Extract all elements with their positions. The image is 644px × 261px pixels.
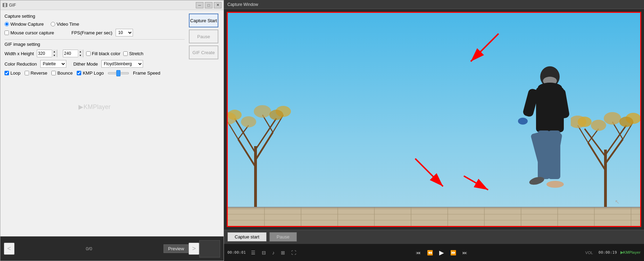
dither-select[interactable]: FloydSteinberg Stucki Atkinson None (101, 60, 143, 68)
tree-right (571, 87, 640, 209)
player-controls-bar: 00:00:01 ☰ ⊟ ♪ ⊞ ⛶ ⏮ ⏪ ▶ ⏩ ⏭ VOL 00:00:1… (224, 244, 644, 261)
kmplayer-logo: ▶KMPlayer (78, 103, 110, 111)
video-frame: ↖ (227, 12, 641, 227)
preview-button[interactable]: Preview (164, 244, 189, 253)
svg-point-10 (241, 116, 256, 127)
window-capture-label: Window Capture (10, 22, 44, 27)
skip-forward-button[interactable]: ⏭ (461, 249, 469, 256)
video-time-option[interactable]: Video Time (51, 22, 79, 27)
kmp-logo-label: KMP Logo (83, 70, 103, 76)
height-up-button[interactable]: ▲ (78, 50, 83, 53)
captue-start-button[interactable]: Captue start (227, 232, 267, 242)
capture-window-panel: Capture Window (224, 0, 644, 261)
pause-button: Pause (189, 30, 218, 43)
capture-start-button[interactable]: Capture Start (189, 14, 218, 27)
height-arrows: ▲ ▼ (78, 50, 83, 57)
svg-point-26 (578, 117, 592, 127)
width-input[interactable] (37, 50, 52, 57)
color-reduction-label: Color Reduction (5, 61, 37, 67)
subtitles-icon-button[interactable]: ⊟ (260, 249, 268, 256)
playlist-icon-button[interactable]: ☰ (249, 249, 257, 256)
capture-mode-group: Window Capture Video Time (5, 22, 185, 27)
bottom-strip: < 0/0 Preview > (0, 236, 224, 261)
step-back-button[interactable]: ⏪ (425, 249, 435, 256)
width-down-button[interactable]: ▼ (52, 53, 57, 57)
height-down-button[interactable]: ▼ (78, 53, 83, 57)
play-button[interactable]: ▶ (437, 248, 446, 258)
svg-point-27 (604, 112, 621, 125)
slider-thumb[interactable] (116, 70, 120, 76)
gif-title-text: GIF (9, 3, 16, 8)
person-figure (515, 63, 578, 209)
fps-row: Mouse cursor capture FPS(Frame per sec) … (5, 29, 185, 36)
kmplayer-brand-logo: ▶KMPlayer (620, 250, 641, 255)
fps-text-label: FPS(Frame per sec) (72, 30, 112, 35)
svg-point-25 (591, 120, 606, 131)
vol-label: VOL (585, 251, 593, 255)
svg-point-57 (546, 181, 564, 188)
audio-icon-button[interactable]: ♪ (270, 249, 276, 256)
gif-image-setting-section: GIF image setting Width x Height ▲ ▼ (5, 42, 185, 68)
ground-wall (228, 207, 640, 226)
reverse-label: Reverse (31, 70, 47, 76)
fullscreen-icon-button[interactable]: ⛶ (290, 249, 298, 256)
svg-rect-30 (228, 208, 640, 226)
gif-image-label: GIF image setting (5, 42, 185, 47)
svg-point-29 (619, 117, 633, 127)
options-row: Loop Reverse Bounce KMP Logo (5, 70, 185, 76)
capture-buttons-bar: Captue start Pause (224, 230, 644, 244)
window-capture-option[interactable]: Window Capture (5, 22, 44, 27)
time-display: 00:00:01 (227, 250, 246, 255)
pause-capture-button: Pause (269, 232, 297, 242)
stretch-label: Stretch (129, 51, 143, 56)
maximize-button[interactable]: □ (205, 2, 212, 8)
capture-video-area: ↖ (224, 9, 644, 230)
capture-titlebar: Capture Window (224, 0, 644, 9)
stretch-option[interactable]: Stretch (123, 51, 143, 56)
gif-title-group: 🎞 GIF (2, 2, 16, 8)
capture-icon-button[interactable]: ⊞ (279, 249, 287, 256)
capture-window-title: Capture Window (227, 2, 258, 7)
close-button[interactable]: ✕ (214, 2, 221, 8)
nav-left-button[interactable]: < (4, 243, 15, 255)
cursor-indicator: ↖ (615, 199, 619, 205)
gif-create-button: GIF Create (189, 45, 218, 59)
palette-select[interactable]: Palette Median Cut Octree (40, 60, 66, 68)
svg-point-12 (254, 105, 271, 118)
page-indicator: 0/0 (15, 246, 164, 251)
step-forward-button[interactable]: ⏩ (449, 249, 458, 256)
svg-line-1 (238, 139, 256, 167)
brand-logo-text: ▶KMPlayer (620, 250, 641, 255)
height-spinbox: ▲ ▼ (63, 50, 83, 57)
width-spinbox: ▲ ▼ (37, 50, 57, 57)
fill-black-option[interactable]: Fill black color (86, 51, 120, 56)
width-up-button[interactable]: ▲ (52, 50, 57, 53)
window-controls: ─ □ ✕ (196, 2, 221, 8)
loop-option[interactable]: Loop (5, 70, 20, 76)
gif-titlebar: 🎞 GIF ─ □ ✕ (0, 0, 224, 10)
svg-point-51 (518, 118, 528, 125)
svg-rect-31 (228, 208, 640, 209)
fps-select[interactable]: 10 5 15 20 25 30 (116, 29, 133, 36)
nav-right-button[interactable]: > (189, 243, 199, 255)
capture-setting-section: Capture setting Window Capture Video Tim… (5, 14, 185, 36)
bounce-option[interactable]: Bounce (51, 70, 73, 76)
fill-black-label: Fill black color (92, 51, 120, 56)
reverse-option[interactable]: Reverse (25, 70, 47, 76)
volume-area: VOL (585, 251, 593, 255)
skip-back-button[interactable]: ⏮ (414, 249, 423, 256)
slider-track (108, 72, 129, 74)
mouse-cursor-option[interactable]: Mouse cursor capture (5, 30, 54, 35)
thumbnail-strip (199, 240, 220, 258)
color-reduction-row: Color Reduction Palette Median Cut Octre… (5, 60, 185, 68)
svg-point-14 (269, 110, 283, 120)
loop-label: Loop (10, 70, 20, 76)
svg-line-16 (588, 143, 605, 170)
tree-left (228, 77, 297, 209)
minimize-button[interactable]: ─ (196, 2, 203, 8)
kmp-logo-option[interactable]: KMP Logo (77, 70, 103, 76)
height-input[interactable] (63, 50, 78, 57)
bounce-label: Bounce (57, 70, 73, 76)
kmplayer-logo-area: ▶KMPlayer (5, 76, 185, 138)
size-row: Width x Height ▲ ▼ ▲ (5, 50, 185, 57)
